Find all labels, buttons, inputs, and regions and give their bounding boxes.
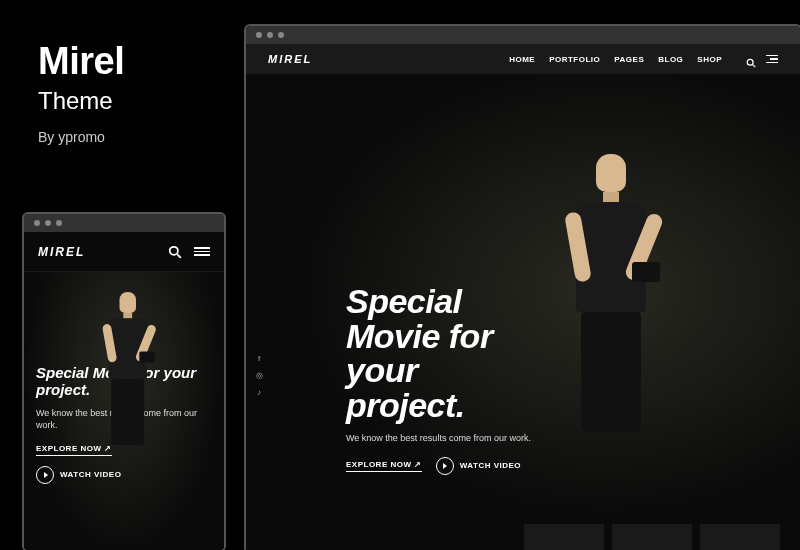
hero-title-line: your bbox=[346, 351, 418, 389]
site-header-mobile: MIREL bbox=[24, 232, 224, 272]
thumbnail[interactable] bbox=[612, 524, 692, 550]
browser-titlebar bbox=[24, 214, 224, 232]
svg-line-1 bbox=[753, 65, 756, 68]
play-icon bbox=[436, 457, 454, 475]
hero-subtitle: We know the best results come from our w… bbox=[346, 433, 531, 443]
nav-home[interactable]: HOME bbox=[509, 55, 535, 64]
instagram-icon[interactable]: ◎ bbox=[254, 371, 264, 380]
svg-point-0 bbox=[747, 59, 753, 65]
thumbnail-row bbox=[524, 524, 780, 550]
search-icon[interactable] bbox=[746, 54, 756, 64]
hero-title-line: project. bbox=[346, 386, 465, 424]
hero-figure-image bbox=[546, 154, 676, 434]
hero-figure-image bbox=[92, 292, 164, 446]
desktop-preview-window: MIREL HOME PORTFOLIO PAGES BLOG SHOP bbox=[244, 24, 800, 550]
nav-blog[interactable]: BLOG bbox=[658, 55, 683, 64]
promo-author: By ypromo bbox=[38, 129, 124, 145]
hero-title-line: Movie for bbox=[346, 317, 493, 355]
promo-subtitle: Theme bbox=[38, 87, 124, 115]
hero-title: Special Movie for your project. bbox=[346, 284, 531, 423]
menu-icon[interactable] bbox=[194, 247, 210, 256]
play-icon bbox=[36, 466, 54, 484]
watch-video-label: WATCH VIDEO bbox=[460, 461, 521, 470]
mobile-preview-window: MIREL Special Movie for your project. We… bbox=[22, 212, 226, 550]
svg-line-3 bbox=[177, 254, 181, 258]
menu-icon[interactable] bbox=[766, 55, 778, 64]
nav-shop[interactable]: SHOP bbox=[697, 55, 722, 64]
site-logo[interactable]: MIREL bbox=[268, 53, 312, 65]
promo-title: Mirel bbox=[38, 40, 124, 83]
facebook-icon[interactable]: f bbox=[254, 354, 264, 363]
svg-point-2 bbox=[170, 246, 178, 254]
thumbnail[interactable] bbox=[524, 524, 604, 550]
watch-video-button[interactable]: WATCH VIDEO bbox=[436, 457, 521, 475]
nav-pages[interactable]: PAGES bbox=[614, 55, 644, 64]
site-header: MIREL HOME PORTFOLIO PAGES BLOG SHOP bbox=[246, 44, 800, 74]
watch-video-label: WATCH VIDEO bbox=[60, 470, 121, 479]
explore-button[interactable]: EXPLORE NOW ↗ bbox=[346, 460, 422, 472]
social-links: f ◎ ♪ bbox=[254, 354, 264, 397]
thumbnail[interactable] bbox=[700, 524, 780, 550]
search-icon[interactable] bbox=[168, 245, 182, 259]
hero-section: f ◎ ♪ Special Movie for your project. We… bbox=[246, 74, 800, 550]
promo-header: Mirel Theme By ypromo bbox=[38, 40, 124, 145]
site-logo[interactable]: MIREL bbox=[38, 245, 85, 259]
window-dot-icon bbox=[267, 32, 273, 38]
hero-section-mobile: Special Movie for your project. We know … bbox=[24, 272, 224, 550]
window-dot-icon bbox=[45, 220, 51, 226]
watch-video-button[interactable]: WATCH VIDEO bbox=[36, 466, 121, 484]
tiktok-icon[interactable]: ♪ bbox=[254, 388, 264, 397]
window-dot-icon bbox=[56, 220, 62, 226]
hero-title-line: Special bbox=[346, 282, 462, 320]
main-nav: HOME PORTFOLIO PAGES BLOG SHOP bbox=[509, 55, 722, 64]
browser-titlebar bbox=[246, 26, 800, 44]
window-dot-icon bbox=[256, 32, 262, 38]
window-dot-icon bbox=[34, 220, 40, 226]
nav-portfolio[interactable]: PORTFOLIO bbox=[549, 55, 600, 64]
hero-text: Special Movie for your project. We know … bbox=[346, 284, 531, 475]
window-dot-icon bbox=[278, 32, 284, 38]
